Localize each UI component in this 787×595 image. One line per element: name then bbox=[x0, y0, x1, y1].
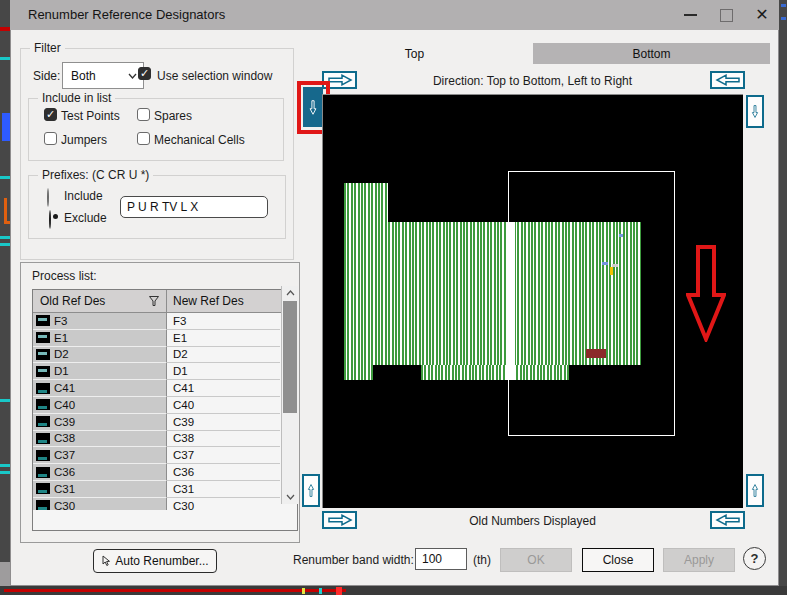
new-ref-des-value: C38 bbox=[173, 432, 194, 444]
table-row[interactable]: C36C36 bbox=[33, 464, 297, 481]
new-ref-des-value: C36 bbox=[173, 466, 194, 478]
band-width-input[interactable] bbox=[415, 548, 467, 570]
component-mark-blue bbox=[602, 262, 608, 265]
minimize-button[interactable] bbox=[681, 6, 699, 24]
maximize-icon bbox=[720, 9, 733, 22]
screen: Renumber Reference Designators ✕ Filter … bbox=[0, 0, 787, 595]
bg-tick-yellow bbox=[302, 588, 305, 594]
process-list-label: Process list: bbox=[32, 269, 97, 283]
board-preview-canvas[interactable] bbox=[322, 94, 743, 508]
highlighted-component bbox=[586, 349, 606, 358]
table-row[interactable]: C41C41 bbox=[33, 380, 297, 397]
tab-bottom[interactable]: Bottom bbox=[533, 43, 770, 64]
arrow-right-icon bbox=[327, 514, 353, 526]
table-row[interactable]: F3F3 bbox=[33, 313, 297, 330]
chevron-down-icon bbox=[128, 73, 137, 79]
check-icon: ✓ bbox=[46, 108, 55, 121]
renumber-dialog: Renumber Reference Designators ✕ Filter … bbox=[10, 0, 779, 586]
old-numbers-displayed-label: Old Numbers Displayed bbox=[360, 514, 705, 528]
auto-renumber-button[interactable]: Auto Renumber... bbox=[93, 549, 217, 573]
component-icon bbox=[36, 399, 50, 410]
apply-button[interactable]: Apply bbox=[663, 548, 735, 572]
close-dialog-button[interactable]: Close bbox=[582, 548, 654, 572]
filter-funnel-icon[interactable] bbox=[148, 295, 160, 307]
jumpers-checkbox[interactable] bbox=[44, 132, 57, 145]
bg-trace-red bbox=[0, 27, 10, 31]
old-ref-des-value: C39 bbox=[54, 416, 75, 428]
band-width-unit: (th) bbox=[473, 553, 491, 567]
include-in-list-label: Include in list bbox=[38, 91, 115, 105]
table-row[interactable]: C37C37 bbox=[33, 447, 297, 464]
include-radio-label: Include bbox=[64, 189, 103, 203]
table-row[interactable]: C30C30 bbox=[33, 498, 297, 510]
column-header-old-ref-des[interactable]: Old Ref Des bbox=[33, 290, 167, 312]
arrow-down-icon bbox=[750, 105, 761, 119]
close-button[interactable]: ✕ bbox=[753, 6, 771, 24]
old-ref-des-value: D1 bbox=[54, 365, 69, 377]
table-row[interactable]: C38C38 bbox=[33, 431, 297, 448]
scroll-up-icon[interactable] bbox=[282, 286, 298, 300]
test-points-checkbox[interactable]: ✓ bbox=[44, 108, 57, 121]
jumpers-label: Jumpers bbox=[61, 133, 107, 147]
mechanical-cells-checkbox[interactable] bbox=[137, 132, 150, 145]
prefixes-input[interactable] bbox=[120, 196, 268, 218]
bg-trace-blue bbox=[2, 113, 10, 141]
prefixes-group-label: Prefixes: (C CR U *) bbox=[38, 168, 153, 182]
old-ref-des-value: F3 bbox=[54, 315, 67, 327]
table-row[interactable]: C40C40 bbox=[33, 397, 297, 414]
arrow-up-icon bbox=[306, 484, 317, 498]
background-app-strip-bottom bbox=[0, 586, 787, 595]
component-icon bbox=[36, 315, 50, 326]
direction-arrow-down-right-button[interactable] bbox=[746, 95, 764, 128]
scroll-down-icon[interactable] bbox=[282, 490, 298, 504]
table-row[interactable]: C31C31 bbox=[33, 481, 297, 498]
ok-button[interactable]: OK bbox=[500, 548, 572, 572]
arrow-up-icon bbox=[750, 484, 761, 498]
direction-arrow-right-bottom-button[interactable] bbox=[322, 511, 357, 529]
bg-trace-red-line bbox=[4, 589, 346, 592]
table-scrollbar[interactable] bbox=[281, 286, 298, 504]
process-list-table: Old Ref Des New Ref Des F3F3E1E1D2D2D1D1… bbox=[32, 289, 298, 531]
new-ref-des-value: E1 bbox=[173, 332, 187, 344]
table-row[interactable]: C39C39 bbox=[33, 414, 297, 431]
table-row[interactable]: D1D1 bbox=[33, 363, 297, 380]
maximize-button[interactable] bbox=[717, 6, 735, 24]
use-selection-window-checkbox[interactable]: ✓ bbox=[138, 67, 151, 80]
minimize-icon bbox=[684, 14, 697, 16]
background-app-strip-left bbox=[0, 0, 10, 595]
direction-arrow-left-bottom-button[interactable] bbox=[710, 511, 745, 529]
exclude-radio[interactable] bbox=[49, 210, 51, 229]
spares-checkbox[interactable] bbox=[137, 108, 150, 121]
spares-label: Spares bbox=[154, 109, 192, 123]
band-width-label: Renumber band width: bbox=[293, 553, 414, 567]
new-ref-des-value: C40 bbox=[173, 399, 194, 411]
process-rows: F3F3E1E1D2D2D1D1C41C41C40C40C39C39C38C38… bbox=[33, 313, 297, 510]
component-icon bbox=[36, 366, 50, 377]
table-row[interactable]: E1E1 bbox=[33, 330, 297, 347]
component-icon bbox=[36, 450, 50, 461]
new-ref-des-value: C30 bbox=[173, 500, 194, 510]
include-in-list-group: Include in list bbox=[28, 98, 284, 161]
old-ref-des-value: E1 bbox=[54, 332, 68, 344]
filter-group-label: Filter bbox=[30, 41, 65, 55]
side-dropdown[interactable]: Both bbox=[62, 62, 144, 89]
include-radio[interactable] bbox=[47, 188, 49, 207]
old-ref-des-value: C36 bbox=[54, 466, 75, 478]
tab-top[interactable]: Top bbox=[296, 43, 533, 64]
title-bar[interactable]: Renumber Reference Designators ✕ bbox=[10, 0, 779, 30]
table-header: Old Ref Des New Ref Des bbox=[33, 290, 297, 313]
bg-block-gray bbox=[0, 562, 10, 586]
scrollbar-thumb[interactable] bbox=[283, 301, 297, 413]
old-ref-des-value: C40 bbox=[54, 399, 75, 411]
background-app-strip-right bbox=[779, 0, 787, 595]
direction-arrow-up-right-button[interactable] bbox=[746, 474, 764, 507]
direction-arrow-left-top-button[interactable] bbox=[710, 71, 745, 89]
arrow-left-icon bbox=[715, 74, 741, 86]
use-selection-window-label: Use selection window bbox=[157, 69, 272, 83]
table-row[interactable]: D2D2 bbox=[33, 347, 297, 364]
direction-arrow-up-left-button[interactable] bbox=[302, 474, 320, 507]
bg-trace-cyan bbox=[0, 236, 10, 239]
help-button[interactable]: ? bbox=[743, 547, 766, 570]
old-ref-des-value: D2 bbox=[54, 348, 69, 360]
column-header-new-ref-des[interactable]: New Ref Des bbox=[167, 290, 280, 312]
